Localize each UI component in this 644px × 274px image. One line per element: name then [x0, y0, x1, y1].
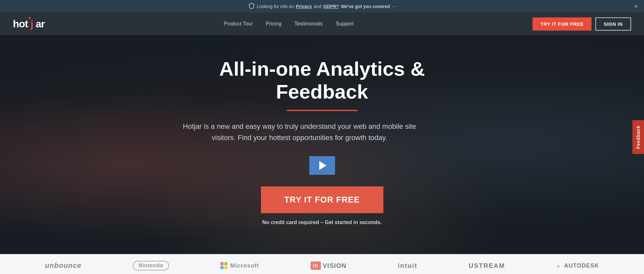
nav-link-pricing[interactable]: Pricing [266, 21, 282, 26]
autodesk-icon-letter: ▲ [556, 263, 561, 268]
logo-ustream: USTREAM [469, 262, 505, 269]
hero-subtitle: Hotjar is a new and easy way to truly un… [177, 121, 422, 143]
ustream-label: USTREAM [469, 262, 505, 269]
play-video-button[interactable] [309, 156, 335, 175]
nav-item-testimonials[interactable]: Testimonials [294, 21, 323, 27]
invision-icon: in [311, 261, 321, 270]
invision-label: VISION [323, 262, 347, 269]
announcement-text-before: Looking for info on [257, 4, 294, 9]
nav-link-testimonials[interactable]: Testimonials [294, 21, 323, 26]
svg-point-1 [29, 17, 31, 19]
hero-section: All-in-one Analytics & Feedback Hotjar i… [0, 35, 644, 254]
logos-bar: unbounce Nintendo Microsoft in VISION in… [0, 254, 644, 274]
close-announcement-button[interactable]: × [634, 4, 638, 9]
privacy-link[interactable]: Privacy [296, 4, 312, 9]
ms-square-2 [224, 262, 227, 265]
covered-link[interactable]: We've got you covered → [341, 4, 396, 9]
hero-try-free-button[interactable]: TRY IT FOR FREE [261, 186, 383, 213]
hero-title-underline [287, 110, 358, 111]
nintendo-label: Nintendo [139, 263, 163, 269]
logo-dot: j [28, 18, 36, 30]
microsoft-icon [220, 262, 227, 269]
gdpr-link[interactable]: GDPR? [323, 4, 339, 9]
nav-item-pricing[interactable]: Pricing [266, 21, 282, 27]
nav-sign-in-button[interactable]: SIGN IN [595, 17, 631, 31]
logo-microsoft: Microsoft [220, 262, 259, 269]
shield-icon [248, 3, 255, 10]
feedback-tab[interactable]: Feedback [632, 120, 644, 154]
logo-nintendo: Nintendo [133, 261, 169, 270]
logo-unbounce: unbounce [45, 261, 82, 270]
nav-link-support[interactable]: Support [336, 21, 354, 26]
nav-actions: TRY IT FOR FREE SIGN IN [533, 17, 631, 31]
logo[interactable]: hot j ar [13, 18, 45, 30]
nav-item-support[interactable]: Support [336, 21, 354, 27]
microsoft-label: Microsoft [230, 262, 259, 269]
logo-text: hot j ar [13, 18, 45, 30]
logo-autodesk: ▲ AUTODESK [556, 262, 599, 269]
ms-square-3 [220, 266, 224, 269]
logo-invision: in VISION [311, 261, 347, 270]
navbar: hot j ar Product Tour Pricing Testimonia… [0, 13, 644, 35]
nav-try-free-button[interactable]: TRY IT FOR FREE [533, 17, 591, 31]
unbounce-label: unbounce [45, 261, 82, 270]
hero-title: All-in-one Analytics & Feedback [177, 57, 467, 103]
ms-square-4 [224, 266, 227, 269]
nav-item-product-tour[interactable]: Product Tour [224, 21, 253, 27]
ms-square-1 [220, 262, 224, 265]
autodesk-label: AUTODESK [564, 262, 599, 269]
announcement-and: and [314, 4, 321, 9]
logo-intuit: intuit [398, 262, 418, 269]
play-icon [319, 161, 326, 170]
nav-link-product-tour[interactable]: Product Tour [224, 21, 253, 26]
no-credit-card-text: No credit card required – Get started in… [262, 220, 382, 225]
announcement-bar: Looking for info on Privacy and GDPR? We… [0, 0, 644, 13]
hero-content: All-in-one Analytics & Feedback Hotjar i… [177, 57, 467, 225]
nav-links: Product Tour Pricing Testimonials Suppor… [224, 21, 353, 27]
intuit-label: intuit [398, 262, 418, 269]
